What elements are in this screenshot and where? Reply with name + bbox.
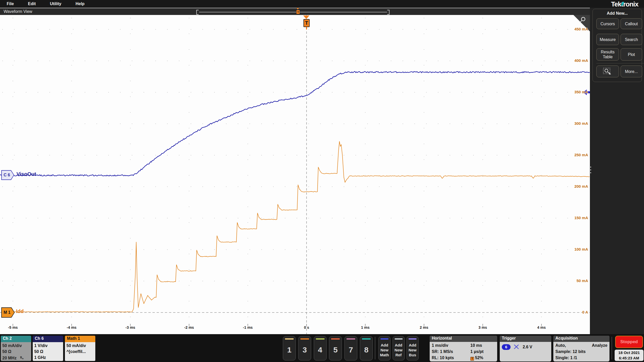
x-axis-label--1: -1 ms: [236, 325, 259, 330]
y-axis-label-450: 450 mA: [561, 27, 588, 31]
scope-channel-button-1[interactable]: 1: [283, 336, 296, 360]
acquisition-sample: Sample: 12 bits: [555, 349, 607, 355]
waveform-view-title: Waveform View: [4, 9, 32, 14]
button-label: Add New Math: [379, 340, 390, 360]
sidebar-button-plot[interactable]: Plot: [621, 48, 642, 61]
record-view-right-bracket[interactable]: [387, 10, 389, 15]
scope-channel-button-label: 7: [349, 340, 353, 360]
button-label: Add New Bus: [407, 340, 418, 360]
x-axis-label-0: 0 s: [295, 325, 318, 330]
ch6-trace-badge-label: C 6: [2, 171, 14, 179]
button-label: Add New Ref: [393, 340, 404, 360]
channel-badge-line: ^[coeffil...: [66, 349, 94, 355]
x-axis-label--3: -3 ms: [119, 325, 142, 330]
horizontal-row: RL: 10 kptsT52%: [432, 355, 495, 361]
channel-badge-line: 1 GHz: [34, 355, 62, 360]
waveform-traces[interactable]: [0, 15, 590, 334]
channel-badge-name: Math 1: [65, 336, 95, 342]
scope-channel-button-4[interactable]: 4: [314, 336, 327, 360]
y-axis-label-50: 50 mA: [561, 278, 588, 283]
sidebar-button-search[interactable]: Search: [621, 34, 642, 45]
trigger-position-arrow[interactable]: [303, 15, 309, 19]
menu-item-help[interactable]: Help: [75, 2, 84, 6]
channel-badge-line: 50 Ω: [34, 349, 62, 355]
ch6-trace-name: VisoOut: [16, 171, 36, 177]
horizontal-row-left: RL: 10 kpts: [432, 355, 470, 361]
divider: [612, 337, 612, 359]
y-axis-label-400: 400 mA: [561, 58, 588, 63]
record-view-bar[interactable]: [199, 12, 387, 12]
oscilloscope-screen: FileEditUtilityHelp Tektronix Waveform V…: [0, 0, 644, 362]
x-axis-label--5: -5 ms: [1, 325, 24, 330]
channel-badge-name: Ch 2: [1, 336, 31, 342]
y-axis-label-350: 350 mA: [561, 90, 588, 94]
menu-bar: FileEditUtilityHelp Tektronix: [0, 0, 644, 8]
record-view-trigger-arrow[interactable]: [296, 8, 299, 10]
zoom-select-icon: [603, 67, 613, 76]
channel-badge-line: 50 Ω: [2, 349, 30, 355]
acquisition-panel[interactable]: Acquisition Auto, Analyze Sample: 12 bit…: [553, 336, 609, 361]
sidebar-button-results-table[interactable]: Results Table: [596, 48, 619, 61]
edge-trigger-icon: [513, 344, 520, 350]
scope-channel-button-label: 1: [287, 340, 292, 360]
waveform-view-tab-bar: Waveform View: [0, 8, 590, 15]
magnifier-icon: [579, 16, 588, 25]
horizontal-row: 1 ms/div10 ms: [432, 342, 495, 349]
button-add-new-ref[interactable]: Add New Ref: [393, 336, 405, 360]
zoom-select-button[interactable]: [596, 65, 619, 77]
sidebar-button-cursors[interactable]: Cursors: [596, 18, 619, 29]
more-button[interactable]: More...: [621, 65, 642, 77]
acquisition-panel-title: Acquisition: [553, 336, 609, 342]
y-axis-label-200: 200 mA: [561, 184, 588, 188]
bandwidth-limit-tag: Bw: [20, 356, 23, 359]
channel-badge-ch-2[interactable]: Ch 250 mA/div50 Ω20 MHzBw: [1, 336, 31, 361]
menu-item-file[interactable]: File: [7, 2, 14, 6]
scope-channel-button-3[interactable]: 3: [298, 336, 311, 360]
sidebar-button-measure[interactable]: Measure: [596, 34, 619, 45]
tektronix-logo: Tektronix: [611, 0, 638, 8]
record-view-left-bracket[interactable]: [196, 10, 199, 15]
acquisition-analyze: Analyze: [592, 342, 607, 349]
menu-items: FileEditUtilityHelp: [0, 2, 84, 6]
x-axis-label-3: 3 ms: [471, 325, 494, 330]
horizontal-row: SR: 1 MS/s1 µs/pt: [432, 349, 495, 355]
channel-badge-line: 1 V/div: [34, 343, 62, 349]
x-axis-label--2: -2 ms: [177, 325, 201, 330]
scope-channel-button-label: 5: [333, 340, 338, 360]
channel-badge-line: 50 mA/div: [66, 343, 94, 349]
button-add-new-bus[interactable]: Add New Bus: [406, 336, 419, 360]
channel-badge-ch-6[interactable]: Ch 61 V/div50 Ω1 GHz: [33, 336, 63, 361]
scope-channel-button-5[interactable]: 5: [329, 336, 342, 360]
trigger-position-marker[interactable]: T: [303, 19, 310, 27]
trigger-level-value: 2.6 V: [523, 345, 532, 349]
horizontal-panel-title: Horizontal: [430, 336, 497, 342]
button-add-new-math[interactable]: Add New Math: [378, 336, 391, 360]
scope-channel-button-label: 4: [318, 340, 322, 360]
record-view-trigger-marker[interactable]: T: [296, 10, 300, 14]
bottom-settings-bar: Ch 250 mA/div50 Ω20 MHzBwCh 61 V/div50 Ω…: [0, 334, 644, 362]
x-axis-label-4: 4 ms: [530, 325, 553, 330]
channel-badge-line: 50 mA/div: [2, 343, 30, 349]
menu-item-edit[interactable]: Edit: [28, 2, 36, 6]
menu-item-utility[interactable]: Utility: [50, 2, 61, 6]
channel-badge-name: Ch 6: [33, 336, 63, 342]
scope-channel-button-8[interactable]: 8: [360, 336, 373, 360]
horizontal-row-right: 10 ms: [470, 342, 495, 349]
trigger-panel[interactable]: Trigger 6 2.6 V: [500, 336, 551, 361]
horizontal-panel-rows: 1 ms/div10 msSR: 1 MS/s1 µs/ptRL: 10 kpt…: [430, 342, 497, 361]
scope-channel-button-label: 3: [302, 340, 307, 360]
horizontal-row-left: 1 ms/div: [432, 342, 470, 349]
acquisition-single: Single: 1 /1: [555, 355, 607, 361]
divider: [375, 337, 375, 359]
panel-splitter-handle[interactable]: [590, 167, 591, 175]
scope-channel-button-7[interactable]: 7: [344, 336, 357, 360]
horizontal-row-left: SR: 1 MS/s: [432, 349, 470, 355]
add-new-group: Add New... CursorsCalloutMeasureSearchRe…: [592, 9, 642, 82]
channel-badge-math-1[interactable]: Math 150 mA/div^[coeffil...: [65, 336, 95, 361]
run-stop-button[interactable]: Stopped: [615, 336, 643, 348]
channel-badge-line: 20 MHzBw: [2, 355, 30, 361]
sidebar-button-callout[interactable]: Callout: [621, 18, 642, 29]
trigger-panel-title: Trigger: [500, 336, 551, 342]
horizontal-panel[interactable]: Horizontal 1 ms/div10 msSR: 1 MS/s1 µs/p…: [430, 336, 497, 361]
horizontal-row-right: T52%: [470, 355, 495, 361]
